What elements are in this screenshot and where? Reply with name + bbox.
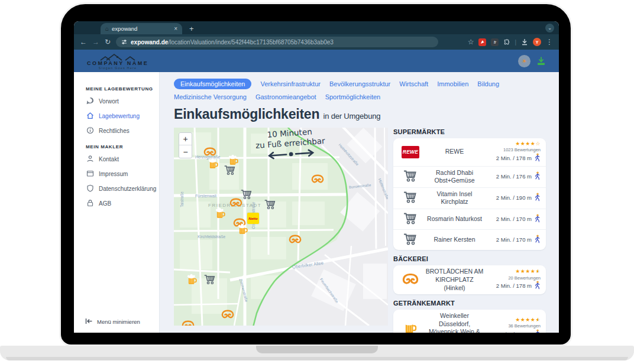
poi-section-title: GETRÄNKEMARKT [393, 300, 546, 307]
address-bar[interactable]: expowand.de/locationValuation/index/542f… [116, 37, 438, 47]
sidebar: MEINE LAGEBEWERTUNGVorwortLagebewertungR… [74, 72, 160, 333]
laptop-notch [256, 346, 378, 353]
tab-close-icon[interactable]: × [174, 26, 177, 32]
sidebar-section-heading: MEINE LAGEBEWERTUNG [74, 80, 159, 94]
annotation-arrows-icon [266, 148, 316, 160]
map-marker-cart-icon[interactable] [264, 199, 277, 212]
star-rating: ★★★★☆ [485, 141, 541, 147]
walking-icon [534, 281, 541, 291]
page-title: Einkaufsmöglichkeiten in der Umgebung [174, 106, 546, 122]
reload-button[interactable]: ↻ [105, 38, 111, 46]
walking-icon [534, 329, 541, 333]
walking-icon [534, 153, 541, 164]
forward-button[interactable]: → [92, 38, 99, 46]
map-zoom-in-button[interactable]: + [179, 133, 192, 145]
pretzel-icon [402, 272, 419, 288]
bookmark-star-icon[interactable]: ☆ [468, 38, 474, 46]
map-zoom-control: + − [179, 132, 192, 158]
tab-verkehrsinfrastruktur[interactable]: Verkehrsinfrastruktur [260, 80, 320, 87]
poi-name: Rachid Dhabi Obst+Gemüse [424, 169, 485, 185]
poi-section-title: SUPERMÄRKTE [393, 128, 546, 135]
sidebar-item-vorwort[interactable]: Vorwort [74, 94, 159, 109]
poi-distance: 2 Min. / 170 m [496, 236, 532, 243]
poi-distance: 2 Min. / 178 m [496, 282, 532, 290]
poi-name: Weinkeller Düsseldorf, Mövenpick Wein & … [424, 312, 485, 333]
sidebar-item-label: Impressum [99, 171, 128, 177]
map-marker-cart-icon[interactable] [224, 164, 237, 178]
sidebar-item-impressum[interactable]: Impressum [74, 167, 159, 181]
map-marker-pretzel-icon[interactable] [182, 320, 195, 326]
sidebar-item-agb[interactable]: AGB [74, 196, 159, 211]
sidebar-item-label: Kontakt [99, 156, 119, 162]
map-marker-pretzel-icon[interactable] [311, 174, 324, 187]
poi-row[interactable]: BROTLÄDCHEN AM KIRCHPLATZ (Hinkel) ★★★★★… [393, 265, 546, 294]
poi-name: Rainer Kersten [424, 236, 485, 244]
pdf-extension-icon[interactable] [478, 38, 486, 46]
menu-minimize-button[interactable]: Menü minimieren [85, 318, 140, 326]
fr-extension-icon[interactable]: fr [491, 38, 499, 46]
tab-medizinische-versorgung[interactable]: Medizinische Versorgung [174, 93, 247, 100]
map-marker-beer-icon[interactable] [208, 158, 219, 172]
company-logo[interactable]: COMPANY NAME Slogan Goes Here [87, 52, 148, 70]
tab-immobilien[interactable]: Immobilien [437, 80, 468, 87]
map-marker-netto-logo[interactable]: Netto [247, 213, 259, 224]
tab-sportm-glichkeiten[interactable]: Sportmöglichkeiten [325, 93, 381, 100]
main-content: EinkaufsmöglichkeitenVerkehrsinfrastrukt… [160, 72, 559, 333]
beer-icon [403, 320, 418, 333]
sidebar-item-label: Vorwort [99, 98, 119, 105]
sidebar-item-datenschutzerkl-rung[interactable]: Datenschutzerklärung [74, 181, 159, 196]
download-report-icon[interactable] [536, 56, 546, 66]
poi-row[interactable]: Rosmarin Naturkost 2 Min. / 170 m [393, 209, 546, 230]
poi-section-title: BÄCKEREI [393, 255, 546, 262]
browser-menu-icon[interactable]: ⋮ [546, 38, 553, 46]
menu-minimize-label: Menü minimieren [97, 318, 140, 325]
tab-einkaufsm-glichkeiten[interactable]: Einkaufsmöglichkeiten [174, 79, 251, 89]
speech-bubble-icon [86, 97, 94, 106]
cart-icon [403, 212, 418, 227]
map-marker-pretzel-icon[interactable] [289, 234, 302, 247]
laptop-base-lip [6, 357, 628, 360]
browser-tab[interactable]: ⌂ expowand × [101, 23, 182, 34]
poi-card: REWE REWE ★★★★☆1023 Bewertungen2 Min. / … [393, 138, 546, 250]
walking-icon [534, 171, 541, 182]
map-marker-pretzel-icon[interactable] [221, 309, 234, 322]
downloads-icon[interactable] [521, 38, 528, 46]
tab-gastronomieangebot[interactable]: Gastronomieangebot [255, 93, 316, 100]
star-rating: ★★★★★★ [485, 317, 541, 323]
map-marker-beer-icon[interactable] [187, 274, 198, 288]
poi-name: Vitamin Insel Kirchplatz [424, 190, 485, 206]
poi-row[interactable]: REWE REWE ★★★★☆1023 Bewertungen2 Min. / … [393, 138, 546, 167]
sidebar-item-rechtliches[interactable]: Rechtliches [74, 124, 159, 138]
sidebar-item-label: AGB [99, 200, 111, 207]
poi-row[interactable]: Rainer Kersten 2 Min. / 170 m [393, 230, 546, 250]
sidebar-item-lagebewertung[interactable]: Lagebewertung [74, 109, 159, 124]
cart-icon [403, 190, 418, 206]
info-icon [86, 126, 94, 135]
map-marker-pretzel-icon[interactable] [203, 147, 216, 160]
new-tab-button[interactable]: + [189, 23, 194, 34]
tab-wirtschaft[interactable]: Wirtschaft [399, 80, 428, 87]
back-button[interactable]: ← [80, 38, 87, 46]
map-marker-cart-icon[interactable] [203, 274, 216, 287]
review-count: 20 Bewertungen [485, 275, 541, 281]
minimize-icon [85, 318, 93, 326]
tab-search-chevron-icon[interactable]: ⌄ [545, 24, 554, 32]
shield-icon [86, 184, 94, 193]
review-count: 1023 Bewertungen [485, 147, 541, 152]
tab-bev-lkerungsstruktur[interactable]: Bevölkerungsstruktur [329, 80, 390, 87]
poi-row[interactable]: Weinkeller Düsseldorf, Mövenpick Wein & … [393, 310, 546, 333]
tab-bildung[interactable]: Bildung [477, 80, 499, 87]
map-marker-beer-icon[interactable] [238, 224, 248, 238]
sidebar-item-kontakt[interactable]: Kontakt [74, 152, 159, 167]
tab-favicon-home-icon: ⌂ [105, 26, 109, 32]
map-marker-pretzel-icon[interactable] [229, 197, 242, 210]
poi-row[interactable]: Rachid Dhabi Obst+Gemüse 2 Min. / 176 m [393, 167, 546, 188]
extensions-puzzle-icon[interactable] [503, 39, 510, 46]
map-marker-beer-icon[interactable] [215, 208, 226, 222]
window-icon [86, 170, 94, 178]
map-zoom-out-button[interactable]: − [179, 145, 192, 158]
poi-row[interactable]: Vitamin Insel Kirchplatz 2 Min. / 190 m [393, 188, 546, 209]
browser-profile-avatar[interactable]: Y [533, 38, 541, 46]
map[interactable]: + − 10 Minuten zu Fuß erreichbar [174, 128, 388, 326]
user-avatar[interactable]: ☀ [518, 55, 531, 67]
